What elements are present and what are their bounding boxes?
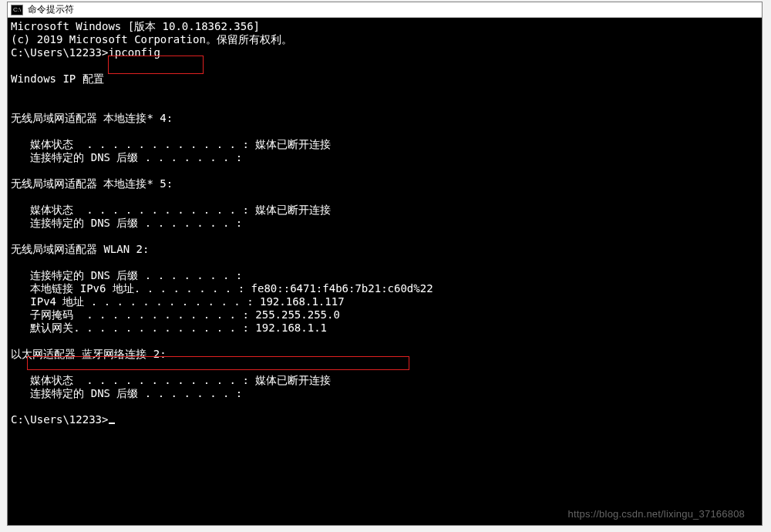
blank-line <box>11 125 759 138</box>
blank-line <box>11 400 759 413</box>
value: 媒体已断开连接 <box>255 138 331 150</box>
blank-line <box>11 230 759 243</box>
value: 媒体已断开连接 <box>255 374 331 386</box>
adapter-1-media-state: 媒体状态 . . . . . . . . . . . . : 媒体已断开连接 <box>11 138 759 151</box>
blank-line <box>11 190 759 204</box>
window-title: 命令提示符 <box>28 3 74 16</box>
banner-line-2: (c) 2019 Microsoft Corporation。保留所有权利。 <box>11 33 759 46</box>
cmd-icon: C:\ <box>11 5 23 15</box>
entered-command: ipconfig <box>108 46 160 59</box>
blank-line <box>11 361 759 374</box>
value: 媒体已断开连接 <box>255 204 331 216</box>
blank-line <box>11 86 759 99</box>
watermark-text: https://blog.csdn.net/lixingu_37166808 <box>568 507 746 520</box>
value: 192.168.1.117 <box>260 295 345 308</box>
blank-line <box>11 335 759 348</box>
adapter-2-dns-suffix: 连接特定的 DNS 后缀 . . . . . . . : <box>11 217 759 230</box>
value: fe80::6471:f4b6:7b21:c60d%22 <box>251 282 433 295</box>
cursor-icon <box>109 423 115 424</box>
prompt-path: C:\Users\12233> <box>11 413 108 426</box>
adapter-2-media-state: 媒体状态 . . . . . . . . . . . . : 媒体已断开连接 <box>11 204 759 217</box>
adapter-3-gateway: 默认网关. . . . . . . . . . . . . : 192.168.… <box>11 322 759 335</box>
adapter-4-dns-suffix: 连接特定的 DNS 后缀 . . . . . . . : <box>11 387 759 400</box>
blank-line <box>11 99 759 112</box>
adapter-2-header: 无线局域网适配器 本地连接* 5: <box>11 177 759 190</box>
adapter-1-dns-suffix: 连接特定的 DNS 后缀 . . . . . . . : <box>11 151 759 164</box>
label: 默认网关. . . . . . . . . . . . . : <box>11 322 255 334</box>
adapter-4-media-state: 媒体状态 . . . . . . . . . . . . : 媒体已断开连接 <box>11 374 759 387</box>
adapter-1-header: 无线局域网适配器 本地连接* 4: <box>11 112 759 125</box>
value: 255.255.255.0 <box>255 308 340 321</box>
prompt-path: C:\Users\12233> <box>11 46 108 59</box>
adapter-3-ipv6: 本地链接 IPv6 地址. . . . . . . . : fe80::6471… <box>11 282 759 295</box>
prompt-line-2: C:\Users\12233> <box>11 413 759 426</box>
label: 媒体状态 . . . . . . . . . . . . : <box>11 138 255 150</box>
label: IPv4 地址 . . . . . . . . . . . . : <box>11 295 260 308</box>
adapter-3-header: 无线局域网适配器 WLAN 2: <box>11 243 759 256</box>
cmd-window: C:\ 命令提示符 Microsoft Windows [版本 10.0.183… <box>7 2 763 526</box>
label: 媒体状态 . . . . . . . . . . . . : <box>11 204 255 216</box>
banner-line-1: Microsoft Windows [版本 10.0.18362.356] <box>11 20 759 33</box>
value: 192.168.1.1 <box>255 322 327 334</box>
terminal-output[interactable]: Microsoft Windows [版本 10.0.18362.356] (c… <box>8 18 762 525</box>
adapter-4-header: 以太网适配器 蓝牙网络连接 2: <box>11 348 759 361</box>
blank-line <box>11 256 759 269</box>
titlebar[interactable]: C:\ 命令提示符 <box>8 2 762 18</box>
blank-line <box>11 164 759 177</box>
label: 媒体状态 . . . . . . . . . . . . : <box>11 374 255 386</box>
adapter-3-dns-suffix: 连接特定的 DNS 后缀 . . . . . . . : <box>11 269 759 282</box>
blank-line <box>11 59 759 72</box>
adapter-3-subnet: 子网掩码 . . . . . . . . . . . . : 255.255.2… <box>11 308 759 322</box>
prompt-line-1: C:\Users\12233>ipconfig <box>11 46 759 59</box>
adapter-3-ipv4: IPv4 地址 . . . . . . . . . . . . : 192.16… <box>11 295 759 308</box>
label: 子网掩码 . . . . . . . . . . . . : <box>11 308 255 321</box>
ipconfig-header: Windows IP 配置 <box>11 72 759 86</box>
label: 本地链接 IPv6 地址. . . . . . . . : <box>11 282 251 295</box>
